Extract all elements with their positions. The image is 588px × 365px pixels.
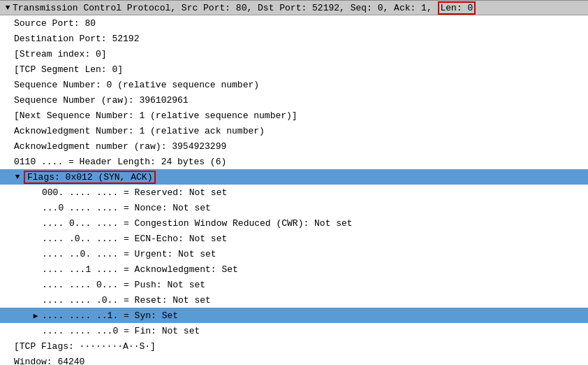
nonce-text: ...0 .... .... = Nonce: Not set — [42, 203, 211, 213]
window-row[interactable]: Window: 64240 — [0, 354, 588, 365]
tcp-header-row[interactable]: ▼ Transmission Control Protocol, Src Por… — [0, 0, 588, 15]
src-port-row[interactable]: Source Port: 80 — [0, 15, 588, 31]
flags-row[interactable]: ▼ Flags: 0x012 (SYN, ACK) — [0, 169, 588, 185]
syn-text: .... .... ..1. = Syn: Set — [42, 310, 178, 321]
ecn-echo-row[interactable]: .... .0.. .... = ECN-Echo: Not set — [0, 231, 588, 246]
ack-num-row[interactable]: Acknowledgment Number: 1 (relative ack n… — [0, 123, 588, 138]
ecn-echo-text: .... .0.. .... = ECN-Echo: Not set — [42, 234, 227, 244]
ack-num-raw-row[interactable]: Acknowledgment number (raw): 3954923299 — [0, 138, 588, 154]
tcp-flags-text: [TCP Flags: ········A··S·] — [14, 341, 156, 352]
push-row[interactable]: .... .... 0... = Push: Not set — [0, 277, 588, 292]
reset-row[interactable]: .... .... .0.. = Reset: Not set — [0, 292, 588, 308]
acknowledgment-text: .... ...1 .... = Acknowledgment: Set — [42, 264, 238, 275]
src-port-text: Source Port: 80 — [14, 18, 96, 29]
seq-num-raw-text: Sequence Number (raw): 396102961 — [14, 95, 189, 106]
window-text: Window: 64240 — [14, 357, 84, 366]
syn-expand-icon[interactable]: ▶ — [31, 311, 41, 320]
reserved-row[interactable]: 000. .... .... = Reserved: Not set — [0, 185, 588, 200]
next-seq-text: [Next Sequence Number: 1 (relative seque… — [14, 110, 297, 121]
ack-num-raw-text: Acknowledgment number (raw): 3954923299 — [14, 141, 226, 152]
flags-highlight-box: Flags: 0x012 (SYN, ACK) — [24, 171, 156, 184]
len-highlight: Len: 0 — [438, 1, 476, 15]
syn-row[interactable]: ▶ .... .... ..1. = Syn: Set — [0, 308, 588, 323]
tcp-flags-row[interactable]: [TCP Flags: ········A··S·] — [0, 338, 588, 354]
cwr-row[interactable]: .... 0... .... = Congestion Window Reduc… — [0, 215, 588, 231]
header-len-text: 0110 .... = Header Length: 24 bytes (6) — [14, 157, 226, 167]
ack-num-text: Acknowledgment Number: 1 (relative ack n… — [14, 126, 265, 136]
dst-port-row[interactable]: Destination Port: 52192 — [0, 31, 588, 46]
next-seq-row[interactable]: [Next Sequence Number: 1 (relative seque… — [0, 108, 588, 123]
push-text: .... .... 0... = Push: Not set — [42, 280, 205, 290]
cwr-text: .... 0... .... = Congestion Window Reduc… — [42, 218, 353, 229]
seq-num-raw-row[interactable]: Sequence Number (raw): 396102961 — [0, 92, 588, 108]
seq-num-row[interactable]: Sequence Number: 0 (relative sequence nu… — [0, 77, 588, 92]
fin-row[interactable]: .... .... ...0 = Fin: Not set — [0, 323, 588, 338]
nonce-row[interactable]: ...0 .... .... = Nonce: Not set — [0, 200, 588, 215]
tcp-seg-len-row[interactable]: [TCP Segment Len: 0] — [0, 62, 588, 77]
fin-text: .... .... ...0 = Fin: Not set — [42, 326, 200, 336]
reserved-text: 000. .... .... = Reserved: Not set — [42, 187, 227, 198]
urgent-text: .... ..0. .... = Urgent: Not set — [42, 249, 216, 259]
reset-text: .... .... .0.. = Reset: Not set — [42, 295, 211, 306]
tcp-expand-icon[interactable]: ▼ — [3, 3, 13, 12]
urgent-row[interactable]: .... ..0. .... = Urgent: Not set — [0, 246, 588, 262]
header-len-row[interactable]: 0110 .... = Header Length: 24 bytes (6) — [0, 154, 588, 169]
stream-index-text: [Stream index: 0] — [14, 49, 107, 59]
tcp-header-text: Transmission Control Protocol, Src Port:… — [13, 3, 476, 13]
dst-port-text: Destination Port: 52192 — [14, 34, 139, 44]
tcp-seg-len-text: [TCP Segment Len: 0] — [14, 64, 123, 75]
flags-expand-icon[interactable]: ▼ — [13, 173, 22, 181]
stream-index-row[interactable]: [Stream index: 0] — [0, 46, 588, 62]
flags-text: Flags: 0x012 (SYN, ACK) — [27, 172, 152, 182]
acknowledgment-row[interactable]: .... ...1 .... = Acknowledgment: Set — [0, 262, 588, 277]
seq-num-text: Sequence Number: 0 (relative sequence nu… — [14, 80, 259, 90]
packet-detail-panel: ▼ Transmission Control Protocol, Src Por… — [0, 0, 588, 365]
